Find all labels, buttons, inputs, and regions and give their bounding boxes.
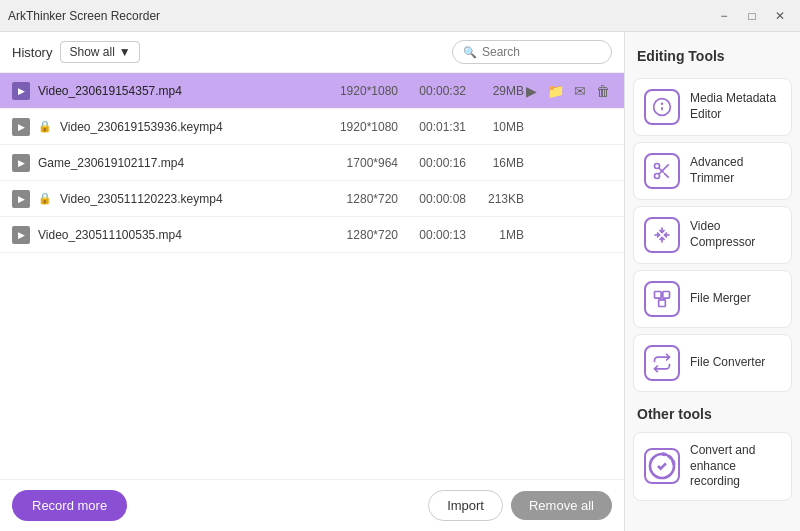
tool-card-file-converter[interactable]: File Converter — [633, 334, 792, 392]
edit-button[interactable]: ✉ — [572, 81, 588, 101]
main-layout: History Show all ▼ 🔍 ▶ Video_23061915435… — [0, 32, 800, 531]
window-controls: − □ ✕ — [712, 4, 792, 28]
show-all-dropdown[interactable]: Show all ▼ — [60, 41, 139, 63]
editing-tools-title: Editing Tools — [633, 44, 792, 72]
enhance-icon — [646, 450, 678, 482]
file-resolution: 1700*964 — [318, 156, 398, 170]
minimize-button[interactable]: − — [712, 4, 736, 28]
compress-icon — [652, 225, 672, 245]
file-size: 16MB — [474, 156, 524, 170]
file-type-icon: ▶ — [12, 226, 30, 244]
file-name: Game_230619102117.mp4 — [38, 156, 310, 170]
file-list: ▶ Video_230619154357.mp4 1920*1080 00:00… — [0, 73, 624, 479]
close-button[interactable]: ✕ — [768, 4, 792, 28]
delete-button[interactable]: 🗑 — [594, 81, 612, 101]
file-name: Video_230619153936.keymp4 — [60, 120, 310, 134]
convert-enhance-icon-wrap — [644, 448, 680, 484]
file-type-icon: ▶ — [12, 190, 30, 208]
table-row[interactable]: ▶ Game_230619102117.mp4 1700*964 00:00:1… — [0, 145, 624, 181]
file-size: 213KB — [474, 192, 524, 206]
file-actions: ▶ 📁 ✉ 🗑 — [532, 81, 612, 101]
info-icon — [652, 97, 672, 117]
convert-icon — [652, 353, 672, 373]
svg-point-4 — [655, 174, 660, 179]
file-type-icon: ▶ — [12, 82, 30, 100]
file-size: 1MB — [474, 228, 524, 242]
file-duration: 00:01:31 — [406, 120, 466, 134]
tool-label-media-metadata-editor: Media MetadataEditor — [690, 91, 776, 122]
file-converter-icon-wrap — [644, 345, 680, 381]
chevron-down-icon: ▼ — [119, 45, 131, 59]
bottom-bar: Record more Import Remove all — [0, 479, 624, 531]
tool-label-file-merger: File Merger — [690, 291, 751, 307]
file-merger-icon-wrap — [644, 281, 680, 317]
tool-card-media-metadata-editor[interactable]: Media MetadataEditor — [633, 78, 792, 136]
remove-all-button[interactable]: Remove all — [511, 491, 612, 520]
file-name: Video_230511120223.keymp4 — [60, 192, 310, 206]
svg-rect-14 — [659, 300, 666, 307]
tool-card-file-merger[interactable]: File Merger — [633, 270, 792, 328]
tool-label-convert-enhance: Convert and enhancerecording — [690, 443, 781, 490]
file-resolution: 1280*720 — [318, 192, 398, 206]
media-metadata-editor-icon-wrap — [644, 89, 680, 125]
left-panel: History Show all ▼ 🔍 ▶ Video_23061915435… — [0, 32, 625, 531]
file-type-icon: ▶ — [12, 154, 30, 172]
history-label: History — [12, 45, 52, 60]
file-duration: 00:00:08 — [406, 192, 466, 206]
file-resolution: 1920*1080 — [318, 84, 398, 98]
merge-icon — [652, 289, 672, 309]
folder-button[interactable]: 📁 — [545, 81, 566, 101]
maximize-button[interactable]: □ — [740, 4, 764, 28]
tool-card-convert-enhance[interactable]: Convert and enhancerecording — [633, 432, 792, 501]
right-panel: Editing Tools Media MetadataEditor — [625, 32, 800, 531]
record-more-button[interactable]: Record more — [12, 490, 127, 521]
scissors-icon — [652, 161, 672, 181]
file-resolution: 1920*1080 — [318, 120, 398, 134]
table-row[interactable]: ▶ Video_230619154357.mp4 1920*1080 00:00… — [0, 73, 624, 109]
app-title: ArkThinker Screen Recorder — [8, 9, 712, 23]
file-size: 29MB — [474, 84, 524, 98]
table-row[interactable]: ▶ Video_230511100535.mp4 1280*720 00:00:… — [0, 217, 624, 253]
video-compressor-icon-wrap — [644, 217, 680, 253]
search-box[interactable]: 🔍 — [452, 40, 612, 64]
play-button[interactable]: ▶ — [524, 81, 539, 101]
file-resolution: 1280*720 — [318, 228, 398, 242]
file-duration: 00:00:16 — [406, 156, 466, 170]
file-type-icon: ▶ — [12, 118, 30, 136]
file-duration: 00:00:13 — [406, 228, 466, 242]
file-name: Video_230619154357.mp4 — [38, 84, 310, 98]
tool-label-advanced-trimmer: AdvancedTrimmer — [690, 155, 743, 186]
svg-line-6 — [664, 173, 669, 178]
titlebar: ArkThinker Screen Recorder − □ ✕ — [0, 0, 800, 32]
search-input[interactable] — [482, 45, 602, 59]
tool-label-video-compressor: VideoCompressor — [690, 219, 755, 250]
file-name: Video_230511100535.mp4 — [38, 228, 310, 242]
tool-card-advanced-trimmer[interactable]: AdvancedTrimmer — [633, 142, 792, 200]
toolbar: History Show all ▼ 🔍 — [0, 32, 624, 73]
import-button[interactable]: Import — [428, 490, 503, 521]
search-icon: 🔍 — [463, 46, 477, 59]
file-duration: 00:00:32 — [406, 84, 466, 98]
lock-icon: 🔒 — [38, 192, 52, 205]
table-row[interactable]: ▶ 🔒 Video_230619153936.keymp4 1920*1080 … — [0, 109, 624, 145]
other-tools-title: Other tools — [633, 398, 792, 426]
svg-rect-12 — [655, 292, 662, 299]
tool-label-file-converter: File Converter — [690, 355, 765, 371]
tool-card-video-compressor[interactable]: VideoCompressor — [633, 206, 792, 264]
show-all-label: Show all — [69, 45, 114, 59]
file-size: 10MB — [474, 120, 524, 134]
svg-rect-13 — [663, 292, 670, 299]
lock-icon: 🔒 — [38, 120, 52, 133]
table-row[interactable]: ▶ 🔒 Video_230511120223.keymp4 1280*720 0… — [0, 181, 624, 217]
advanced-trimmer-icon-wrap — [644, 153, 680, 189]
